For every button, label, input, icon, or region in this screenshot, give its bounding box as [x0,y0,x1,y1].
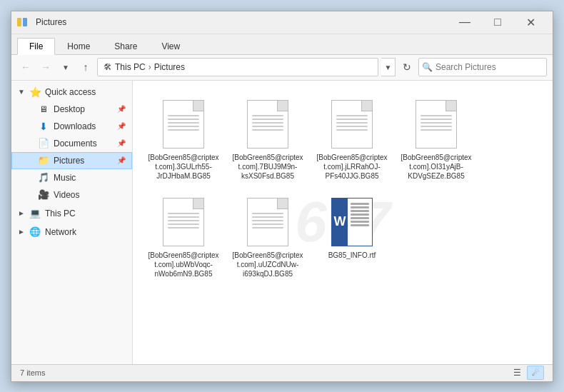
file-lines [336,115,368,131]
sidebar-item-pictures[interactable]: 📁 Pictures 📌 [11,152,132,169]
file-name: [BobGreen85@criptext.com].uUZCdNUw-i693k… [232,251,303,278]
sidebar-item-music[interactable]: 🎵 Music [11,169,132,186]
search-box[interactable]: 🔍 [418,58,547,76]
downloads-icon: ⬇ [36,121,51,132]
sidebar-item-label: Quick access [45,87,126,97]
file-line [421,122,452,124]
files-grid: [BobGreen85@criptext.com].3GULrh55-JrDJH… [144,92,541,282]
file-line [252,223,283,225]
ribbon-tabs: File Home Share View [11,34,553,54]
pin-icon: 📌 [117,139,126,147]
pin-icon: 📌 [117,105,126,113]
generic-file-icon [416,100,457,149]
list-item[interactable]: W [313,190,391,282]
sidebar-network[interactable]: ► 🌐 Network [11,223,132,241]
file-line [252,216,283,218]
path-pictures: Pictures [154,62,185,72]
refresh-button[interactable]: ↻ [398,59,416,76]
sidebar-item-documents[interactable]: 📄 Documents 📌 [11,135,132,152]
sidebar-item-label: This PC [45,208,126,218]
list-item[interactable]: [BobGreen85@criptext.com].7BUJ9M9n-ksXS0… [228,92,307,184]
sidebar-item-desktop[interactable]: 🖥 Desktop 📌 [11,101,132,118]
file-line [421,119,452,120]
empty-cell [481,92,553,184]
file-line [168,220,199,221]
file-icon-wrapper [326,99,378,150]
sidebar-item-videos[interactable]: 🎥 Videos [11,186,132,203]
file-name: [BobGreen85@criptext.com].OI31yAjB-KDVgS… [401,153,472,181]
sidebar-item-label: Desktop [54,104,116,114]
up-button[interactable]: ↑ [77,59,94,76]
videos-icon: 🎥 [36,189,51,201]
file-line [168,122,199,124]
file-lines [421,115,452,131]
expand-arrow: ► [18,228,28,236]
word-line [351,217,369,219]
status-bar: 7 items ☰ ☄ [11,364,553,381]
window-controls: — □ ✕ [448,11,547,34]
address-dropdown-button[interactable]: ▼ [381,58,396,76]
sidebar-item-label: Pictures [54,156,116,166]
file-line [421,115,452,116]
file-line [252,220,283,221]
close-button[interactable]: ✕ [514,11,547,34]
quick-access-section: ▼ ⭐ Quick access 🖥 Desktop 📌 ⬇ Downloads… [11,84,132,203]
file-lines [252,213,283,228]
file-line [252,122,283,124]
search-input[interactable] [435,62,543,72]
file-line [336,122,368,124]
list-item[interactable]: [BobGreen85@criptext.com].ubWbVoqc-nWob6… [144,190,223,282]
sidebar: ▼ ⭐ Quick access 🖥 Desktop 📌 ⬇ Downloads… [11,81,133,364]
sidebar-item-label: Music [54,173,126,183]
generic-file-icon [331,100,373,149]
file-icon-wrapper [411,99,462,150]
file-line [168,213,199,214]
file-name: [BobGreen85@criptext.com].ubWbVoqc-nWob6… [148,251,219,278]
list-item[interactable]: [BobGreen85@criptext.com].uUZCdNUw-i693k… [228,190,307,282]
tab-view[interactable]: View [149,38,192,54]
sidebar-item-downloads[interactable]: ⬇ Downloads 📌 [11,118,132,135]
music-icon: 🎵 [36,172,51,184]
file-line [421,129,452,131]
sidebar-thispc[interactable]: ► 💻 This PC [11,205,132,222]
explorer-window: Pictures — □ ✕ File Home Share View ← → … [11,11,553,382]
tab-home[interactable]: Home [55,38,102,54]
path-root-icon: 🛠 [104,62,112,72]
file-line [252,115,283,116]
list-item[interactable]: [BobGreen85@criptext.com].OI31yAjB-KDVgS… [397,92,475,184]
large-icons-view-button[interactable]: ☄ [527,366,544,380]
desktop-icon: 🖥 [36,104,51,115]
network-section: ► 🌐 Network [11,223,132,241]
word-line [351,221,369,223]
search-icon: 🔍 [422,62,433,72]
list-item[interactable]: [BobGreen85@criptext.com].jLRRahOJ-PFs40… [313,92,391,184]
sidebar-item-label: Documents [54,139,116,149]
word-line [351,213,369,216]
pictures-icon: 📁 [36,155,51,166]
status-text: 7 items [20,368,45,377]
details-view-button[interactable]: ☰ [508,366,525,380]
address-path[interactable]: 🛠 This PC › Pictures [97,58,378,76]
file-line [168,227,199,228]
sidebar-quick-access[interactable]: ▼ ⭐ Quick access [11,84,132,101]
file-icon-wrapper: W [326,196,378,248]
forward-button[interactable]: → [37,59,54,76]
window-icon [17,16,31,28]
documents-icon: 📄 [36,138,51,149]
maximize-button[interactable]: □ [481,11,514,34]
star-icon: ⭐ [28,86,42,98]
recent-locations-button[interactable]: ▼ [57,59,74,76]
list-item[interactable]: [BobGreen85@criptext.com].3GULrh55-JrDJH… [144,92,223,184]
view-controls: ☰ ☄ [508,366,544,380]
minimize-button[interactable]: — [448,11,481,34]
tab-share[interactable]: Share [102,38,149,54]
generic-file-icon [247,100,288,149]
expand-arrow: ▼ [18,88,28,96]
title-bar: Pictures — □ ✕ [11,11,553,34]
file-icon-wrapper [242,99,293,150]
back-button[interactable]: ← [17,59,34,76]
file-line [336,115,368,116]
sidebar-item-label: Downloads [54,121,116,131]
file-name: BG85_INFO.rtf [328,251,376,260]
tab-file[interactable]: File [17,38,55,55]
